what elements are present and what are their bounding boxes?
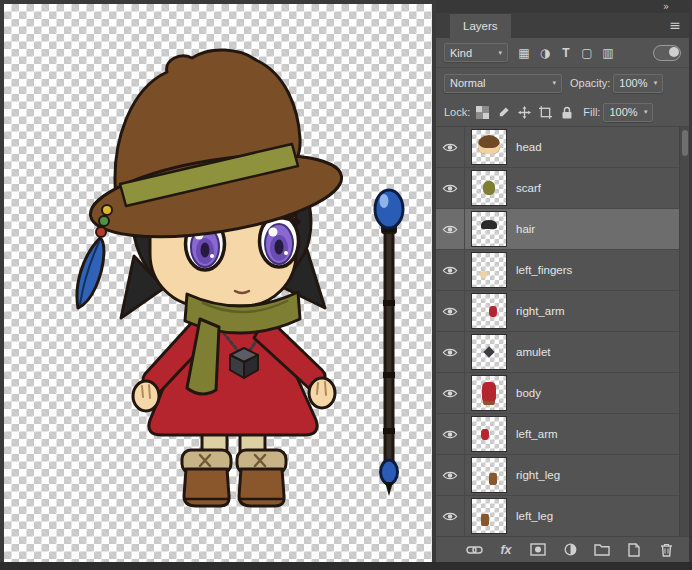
eye-icon [442, 388, 458, 399]
type-filter-icon[interactable]: T [556, 43, 576, 63]
visibility-toggle[interactable] [436, 209, 465, 249]
visibility-toggle[interactable] [436, 291, 465, 331]
layer-thumbnail[interactable] [472, 335, 506, 369]
tab-layers[interactable]: Layers [450, 14, 511, 38]
smart-object-filter-icon[interactable]: ▥ [598, 43, 618, 63]
new-group-icon[interactable] [593, 542, 611, 558]
opacity-value[interactable]: 100% ▾ [613, 74, 663, 93]
photoshop-window: » Layers ≡ Kind ▾ ▦ ◑ T ▢ ▥ Normal ▾ [0, 0, 692, 570]
filter-buttons: ▦ ◑ T ▢ ▥ [514, 43, 618, 63]
eye-icon [442, 511, 458, 522]
eye-icon [442, 265, 458, 276]
eye-icon [442, 224, 458, 235]
eye-icon [442, 347, 458, 358]
layer-name: head [516, 141, 542, 153]
collapse-panel-icon[interactable]: » [663, 2, 667, 12]
layer-row-head[interactable]: head [436, 127, 689, 168]
layer-list: head scarf hair left_fingers right_a [436, 127, 689, 536]
layer-thumbnail[interactable] [472, 294, 506, 328]
eye-icon [442, 470, 458, 481]
chevron-down-icon: ▾ [654, 79, 658, 87]
layer-name: left_fingers [516, 264, 572, 276]
layer-thumbnail[interactable] [472, 253, 506, 287]
blend-mode-value: Normal [450, 77, 485, 89]
layer-row-right-leg[interactable]: right_leg [436, 455, 689, 496]
layer-effects-icon[interactable]: fx [497, 542, 515, 558]
lock-all-icon[interactable] [558, 103, 575, 121]
layer-row-amulet[interactable]: amulet [436, 332, 689, 373]
layer-row-scarf[interactable]: scarf [436, 168, 689, 209]
pixel-filter-icon[interactable]: ▦ [514, 43, 534, 63]
layers-panel: » Layers ≡ Kind ▾ ▦ ◑ T ▢ ▥ Normal ▾ [436, 0, 692, 562]
layer-name: body [516, 387, 541, 399]
delete-layer-icon[interactable] [657, 542, 675, 558]
layer-row-left-fingers[interactable]: left_fingers [436, 250, 689, 291]
visibility-toggle[interactable] [436, 414, 465, 454]
blend-row: Normal ▾ Opacity: 100% ▾ [436, 68, 689, 98]
lock-label: Lock: [444, 106, 470, 118]
blend-mode-dropdown[interactable]: Normal ▾ [444, 74, 562, 93]
layer-thumbnail[interactable] [472, 458, 506, 492]
layer-thumbnail[interactable] [472, 417, 506, 451]
layer-thumbnail[interactable] [472, 376, 506, 410]
layer-thumbnail[interactable] [472, 171, 506, 205]
layer-name: right_arm [516, 305, 565, 317]
visibility-toggle[interactable] [436, 250, 465, 290]
chevron-down-icon: ▾ [552, 79, 556, 87]
layer-row-right-arm[interactable]: right_arm [436, 291, 689, 332]
kind-dropdown[interactable]: Kind ▾ [444, 43, 508, 62]
layer-row-body[interactable]: body [436, 373, 689, 414]
eye-icon [442, 183, 458, 194]
layer-list-scrollbar[interactable] [679, 127, 689, 536]
lock-position-icon[interactable] [516, 103, 533, 121]
new-layer-icon[interactable] [625, 542, 643, 558]
shape-filter-icon[interactable]: ▢ [577, 43, 597, 63]
adjustment-filter-icon[interactable]: ◑ [535, 43, 555, 63]
fill-label: Fill: [583, 106, 600, 118]
panel-menu-icon[interactable]: ≡ [669, 18, 681, 32]
chevron-down-icon: ▾ [644, 108, 648, 116]
staff-artwork [375, 190, 403, 496]
layer-thumbnail[interactable] [472, 499, 506, 533]
layer-row-left-leg[interactable]: left_leg [436, 496, 689, 536]
kind-label: Kind [450, 47, 472, 59]
fill-value[interactable]: 100% ▾ [603, 103, 653, 122]
panel-bottom-bar: fx [436, 536, 689, 562]
opacity-amount: 100% [619, 77, 647, 89]
layer-name: hair [516, 223, 535, 235]
panel-tab-row: Layers ≡ [436, 13, 689, 38]
opacity-label: Opacity: [570, 77, 610, 89]
layer-thumbnail[interactable] [472, 130, 506, 164]
visibility-toggle[interactable] [436, 168, 465, 208]
visibility-toggle[interactable] [436, 455, 465, 495]
visibility-toggle[interactable] [436, 332, 465, 372]
layer-thumbnail[interactable] [472, 212, 506, 246]
eye-icon [442, 306, 458, 317]
eye-icon [442, 429, 458, 440]
window-bottom-edge [0, 562, 692, 570]
filter-toggle[interactable] [653, 45, 681, 61]
layer-name: left_arm [516, 428, 558, 440]
visibility-toggle[interactable] [436, 496, 465, 536]
visibility-toggle[interactable] [436, 373, 465, 413]
fill-amount: 100% [609, 106, 637, 118]
layer-row-hair[interactable]: hair [436, 209, 689, 250]
layer-row-left-arm[interactable]: left_arm [436, 414, 689, 455]
lock-row: Lock: Fill: 100% [436, 98, 689, 127]
document-canvas[interactable] [4, 4, 432, 562]
link-layers-icon[interactable] [465, 542, 483, 558]
layer-name: scarf [516, 182, 541, 194]
layer-filter-row: Kind ▾ ▦ ◑ T ▢ ▥ [436, 38, 689, 68]
adjustment-layer-icon[interactable] [561, 542, 579, 558]
lock-transparent-pixels-icon[interactable] [474, 103, 491, 121]
lock-buttons [474, 103, 575, 121]
layer-mask-icon[interactable] [529, 542, 547, 558]
character-artwork [4, 4, 432, 562]
lock-artboard-icon[interactable] [537, 103, 554, 121]
chevron-down-icon: ▾ [498, 49, 502, 57]
panel-collapse-bar: » [436, 0, 689, 13]
lock-image-pixels-icon[interactable] [495, 103, 512, 121]
visibility-toggle[interactable] [436, 127, 465, 167]
layer-name: amulet [516, 346, 551, 358]
scrollbar-thumb[interactable] [682, 130, 688, 156]
